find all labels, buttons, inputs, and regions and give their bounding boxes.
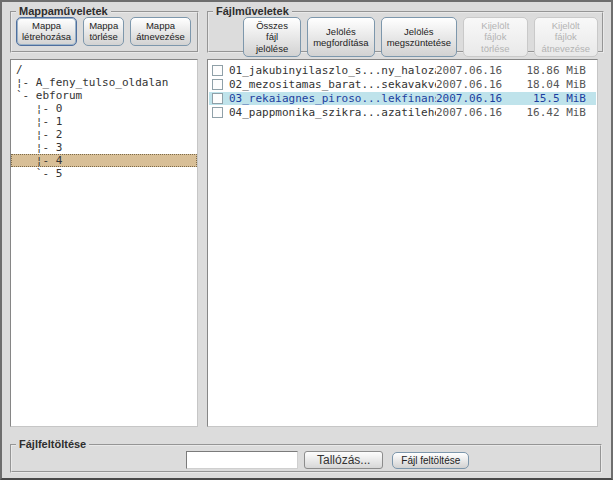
clear-selection-label-line1: Jelölés (387, 26, 451, 37)
file-name: 02_mezositamas_barat...sekavakvezetorol.… (229, 78, 436, 91)
select-all-files-button[interactable]: Összes fájl jelölése (243, 17, 301, 57)
file-size: 16.42 MiB (516, 106, 596, 119)
file-name: 01_jakubinyilaszlo_s...ny_halozatepites.… (229, 64, 436, 77)
rename-folder-label-line2: átnevezése (136, 31, 185, 42)
file-operations-legend: Fájlműveletek (213, 6, 292, 17)
clear-selection-label-line2: megszüntetése (387, 37, 451, 48)
clear-selection-button[interactable]: Jelölés megszüntetése (381, 17, 457, 57)
rename-selected-files-label-line2: átnevezése (540, 43, 592, 54)
file-name: 04_pappmonika_szikra...azatilehetosegek.… (229, 106, 436, 119)
invert-selection-label-line2: megfordítása (313, 37, 368, 48)
tree-item-2[interactable]: ¦- 2 (11, 128, 197, 141)
file-buttons-row: Összes fájl jelölése Jelölés megfordítás… (243, 17, 598, 57)
invert-selection-label-line1: Jelölés (313, 26, 368, 37)
file-upload-panel: Fájlfeltöltése Tallózás... Fájl feltölté… (10, 439, 602, 473)
delete-folder-label-line1: Mappa (89, 20, 118, 31)
tree-item-5[interactable]: `- 5 (11, 167, 197, 180)
file-checkbox[interactable] (212, 65, 223, 76)
file-list-panel: 01_jakubinyilaszlo_s...ny_halozatepites.… (207, 59, 598, 427)
rename-folder-label-line1: Mappa (136, 20, 185, 31)
tree-item-ebforum[interactable]: `- ebforum (11, 89, 197, 102)
tree-item-4-selected[interactable]: ¦- 4 (11, 154, 197, 167)
delete-selected-files-label-line2: törlése (469, 43, 521, 54)
file-upload-legend: Fájlfeltöltése (16, 439, 89, 450)
tree-item-1[interactable]: ¦- 1 (11, 115, 197, 128)
folder-operations-legend: Mappaműveletek (16, 6, 111, 17)
select-all-files-label-line2: jelölése (249, 43, 295, 54)
file-row-4[interactable]: 04_pappmonika_szikra...azatilehetosegek.… (209, 106, 596, 119)
file-row-2[interactable]: 02_mezositamas_barat...sekavakvezetorol.… (209, 78, 596, 91)
folder-buttons-row: Mappa létrehozása Mappa törlése Mappa át… (16, 17, 193, 46)
create-folder-button[interactable]: Mappa létrehozása (16, 17, 77, 46)
upload-filename-input[interactable] (186, 451, 298, 469)
delete-folder-button[interactable]: Mappa törlése (83, 17, 124, 46)
file-checkbox[interactable] (212, 107, 223, 118)
create-folder-label-line2: létrehozása (22, 31, 71, 42)
tree-item-3[interactable]: ¦- 3 (11, 141, 197, 154)
tree-item-a-feny-tulso-oldalan[interactable]: ¦- A_feny_tulso_oldalan (11, 76, 197, 89)
select-all-files-label-line1: Összes fájl (249, 20, 295, 43)
rename-selected-files-button: Kijelölt fájlok átnevezése (534, 17, 598, 57)
upload-row: Tallózás... Fájl feltöltése (186, 451, 596, 469)
invert-selection-button[interactable]: Jelölés megfordítása (307, 17, 374, 57)
file-row-1[interactable]: 01_jakubinyilaszlo_s...ny_halozatepites.… (209, 64, 596, 77)
rename-folder-button[interactable]: Mappa átnevezése (130, 17, 191, 46)
tree-item-root[interactable]: / (11, 63, 197, 76)
browse-button[interactable]: Tallózás... (304, 451, 383, 469)
file-name: 03_rekaiagnes_piroso...lekfinanszirozas.… (229, 92, 436, 105)
file-size: 18.86 MiB (516, 64, 596, 77)
folder-tree-panel: / ¦- A_feny_tulso_oldalan `- ebforum ¦- … (10, 59, 198, 427)
rename-selected-files-label-line1: Kijelölt fájlok (540, 20, 592, 43)
file-date: 2007.06.16 (436, 106, 516, 119)
file-operations-panel: Fájlműveletek Összes fájl jelölése Jelöl… (207, 6, 604, 53)
file-date: 2007.06.16 (436, 64, 516, 77)
delete-selected-files-button: Kijelölt fájlok törlése (463, 17, 527, 57)
file-checkbox[interactable] (212, 79, 223, 90)
file-date: 2007.06.16 (436, 78, 516, 91)
folder-operations-panel: Mappaműveletek Mappa létrehozása Mappa t… (10, 6, 199, 53)
file-size: 15.5 MiB (516, 92, 596, 105)
delete-selected-files-label-line1: Kijelölt fájlok (469, 20, 521, 43)
delete-folder-label-line2: törlése (89, 31, 118, 42)
file-size: 18.04 MiB (516, 78, 596, 91)
file-date: 2007.06.16 (436, 92, 516, 105)
file-manager-window: Mappaműveletek Mappa létrehozása Mappa t… (0, 0, 613, 480)
tree-item-0[interactable]: ¦- 0 (11, 102, 197, 115)
create-folder-label-line1: Mappa (22, 20, 71, 31)
file-row-3-selected[interactable]: 03_rekaiagnes_piroso...lekfinanszirozas.… (209, 92, 596, 105)
file-checkbox[interactable] (212, 93, 223, 104)
upload-file-button[interactable]: Fájl feltöltése (392, 452, 469, 469)
